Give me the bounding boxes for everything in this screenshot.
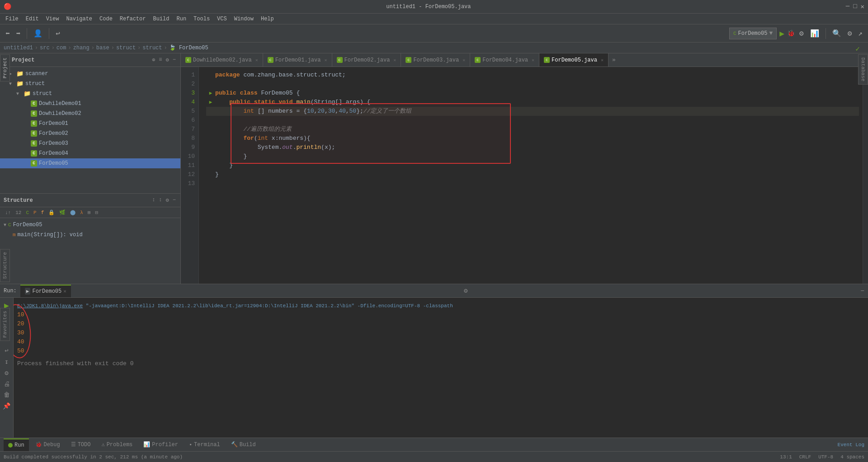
rtb-pin[interactable]: ⚙ [4, 368, 9, 378]
tree-item-scanner[interactable]: ▶ 📁 scanner [0, 69, 180, 79]
status-indent[interactable]: 4 spaces [840, 454, 864, 460]
structure-sort2-btn[interactable]: ↕ [158, 196, 163, 205]
tree-item-dowhiledemo02[interactable]: ▶ C DowhileDemo02 [0, 109, 180, 119]
run-minimize-btn[interactable]: − [861, 287, 864, 295]
btab-run[interactable]: Run [4, 438, 29, 451]
rtb-pin2[interactable]: 📌 [2, 401, 11, 411]
tree-item-fordemo04[interactable]: ▶ C ForDemo04 [0, 148, 180, 158]
tree-item-struct-outer[interactable]: ▼ 📁 struct [0, 79, 180, 89]
menu-view[interactable]: View [43, 14, 62, 24]
btab-debug[interactable]: 🐞 Debug [31, 438, 65, 451]
struct-tb-8[interactable]: ⬤ [69, 209, 77, 216]
tree-item-struct-inner[interactable]: ▼ 📁 struct [0, 89, 180, 99]
structure-settings-btn[interactable]: ⚙ [165, 196, 170, 205]
rtb-print[interactable]: 🖨 [3, 380, 11, 389]
menu-vcs[interactable]: VCS [214, 14, 230, 24]
struct-tb-1[interactable]: ↓↑ [4, 210, 12, 216]
structure-side-tab[interactable]: Structure [0, 249, 10, 282]
struct-tb-3[interactable]: C [24, 210, 30, 216]
btab-profiler[interactable]: 📊 Profiler [139, 438, 183, 451]
menu-run[interactable]: Run [174, 14, 189, 24]
breadcrumb-zhang[interactable]: zhang [73, 45, 90, 51]
tab-overflow[interactable]: » [609, 57, 619, 63]
toolbar-share[interactable]: ↗ [856, 28, 864, 39]
status-position[interactable]: 13:1 [780, 454, 792, 460]
struct-tb-5[interactable]: f [40, 210, 46, 216]
menu-refactor[interactable]: Refactor [117, 14, 149, 24]
breadcrumb-untitled1[interactable]: untitled1 [4, 45, 33, 51]
tree-item-fordemo03[interactable]: ▶ C ForDemo03 [0, 138, 180, 148]
run-button[interactable]: ▶ [779, 29, 784, 38]
project-side-tab[interactable]: Project [0, 54, 10, 81]
project-hide-btn[interactable]: − [172, 56, 177, 64]
code-editor[interactable]: 1 2 3 4 5 6 7 8 9 10 11 12 13 package co… [181, 67, 868, 284]
tab-close[interactable]: ✕ [255, 57, 258, 63]
menu-edit[interactable]: Edit [23, 14, 42, 24]
run-config-name[interactable]: ForDemo05 [738, 30, 768, 37]
minimize-button[interactable]: ─ [846, 3, 849, 10]
java-exe-link[interactable]: E:\JDK1.8\bin\java.exe [17, 303, 83, 309]
toolbar-revert[interactable]: ↩ [54, 28, 62, 39]
btab-problems[interactable]: ⚠ Problems [97, 438, 137, 451]
toolbar-settings2[interactable]: ⚙ [846, 28, 854, 39]
toolbar-settings[interactable]: 👤 [32, 28, 44, 39]
event-log-link[interactable]: Event Log [838, 442, 864, 448]
status-line-ending[interactable]: CRLF [799, 454, 811, 460]
toolbar-coverage[interactable]: ⚙ [797, 28, 806, 39]
tab-dowhiledemo02[interactable]: C DowhileDemo02.java ✕ [181, 53, 263, 67]
status-encoding[interactable]: UTF-8 [818, 454, 833, 460]
project-collapse-btn[interactable]: ≡ [158, 56, 163, 64]
toolbar-search[interactable]: 🔍 [830, 28, 843, 39]
tree-item-fordemo01[interactable]: ▶ C ForDemo01 [0, 119, 180, 129]
struct-tb-6[interactable]: 🔒 [47, 209, 56, 216]
run-config-box[interactable]: C ForDemo05 ▼ [729, 28, 777, 39]
maximize-button[interactable]: □ [853, 3, 857, 10]
run-gutter-3[interactable]: ▶ [206, 89, 215, 98]
tree-item-dowhiledemo01[interactable]: ▶ C DowhileDemo01 [0, 99, 180, 109]
btab-todo[interactable]: ☰ TODO [66, 438, 95, 451]
favorites-side-tab[interactable]: Favorites [0, 308, 10, 341]
code-content[interactable]: package com.zhang.base.struct.struct; ▶ … [199, 67, 863, 284]
breadcrumb-struct2[interactable]: struct [142, 45, 162, 51]
tab-close[interactable]: ✕ [601, 57, 604, 63]
rtb-scroll[interactable]: ↧ [4, 357, 9, 367]
menu-help[interactable]: Help [258, 14, 277, 24]
structure-sort-btn[interactable]: ↕ [151, 196, 156, 205]
tab-fordemo01[interactable]: C ForDemo01.java ✕ [263, 53, 332, 67]
menu-file[interactable]: File [3, 14, 21, 24]
run-tab-close[interactable]: ✕ [63, 288, 66, 294]
tree-item-fordemo05[interactable]: ▶ C ForDemo05 [0, 158, 180, 168]
struct-method-item[interactable]: m main(String[]): void [4, 230, 177, 240]
struct-tb-7[interactable]: 🌿 [58, 209, 67, 216]
struct-tb-collapse[interactable]: ⊟ [94, 209, 99, 216]
struct-class-item[interactable]: ▼ C ForDemo05 [4, 220, 177, 230]
tree-item-fordemo02[interactable]: ▶ C ForDemo02 [0, 129, 180, 138]
title-bar-right[interactable]: ─ □ ✕ [846, 3, 864, 10]
tab-close[interactable]: ✕ [462, 57, 465, 63]
struct-tb-4[interactable]: P [32, 210, 38, 216]
btab-terminal[interactable]: ▪ Terminal [184, 438, 225, 451]
menu-code[interactable]: Code [97, 14, 115, 24]
breadcrumb-struct1[interactable]: struct [116, 45, 136, 51]
close-button[interactable]: ✕ [861, 3, 864, 10]
tab-close[interactable]: ✕ [532, 57, 534, 63]
project-settings-btn[interactable]: ⚙ [165, 56, 170, 64]
database-side-tab[interactable]: Database [858, 54, 868, 85]
menu-navigate[interactable]: Navigate [63, 14, 95, 24]
breadcrumb-com[interactable]: com [57, 45, 66, 51]
run-tab[interactable]: ▶ ForDemo05 ✕ [20, 285, 71, 297]
tab-fordemo02[interactable]: C ForDemo02.java ✕ [332, 53, 401, 67]
debug-button[interactable]: 🐞 [787, 29, 795, 37]
struct-tb-9[interactable]: λ [79, 210, 85, 216]
rtb-wrap[interactable]: ↩ [4, 346, 9, 355]
project-scope-btn[interactable]: ⊕ [151, 56, 156, 64]
breadcrumb-src[interactable]: src [40, 45, 50, 51]
run-config-dropdown[interactable]: ▼ [769, 30, 773, 37]
tab-close[interactable]: ✕ [324, 57, 327, 63]
struct-tb-expand[interactable]: ⊞ [86, 209, 92, 216]
breadcrumb-fordemo05[interactable]: 🍃 ForDemo05 [169, 44, 208, 51]
struct-tb-2[interactable]: 12 [14, 210, 23, 216]
menu-window[interactable]: Window [231, 14, 256, 24]
structure-hide-btn[interactable]: − [172, 196, 177, 205]
toolbar-nav-back[interactable]: ⬅ [4, 28, 12, 39]
